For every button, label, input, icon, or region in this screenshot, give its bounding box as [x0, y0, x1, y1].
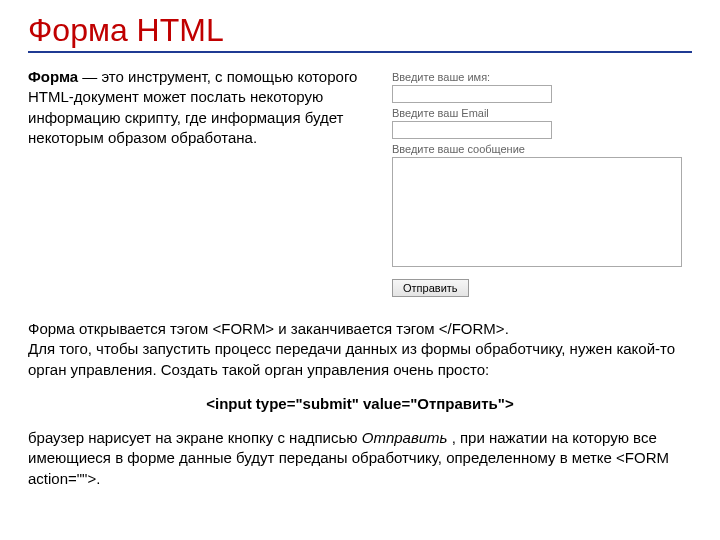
p1-tag-open: <FORM>	[212, 320, 274, 337]
p1-c: .	[505, 320, 509, 337]
email-label: Введите ваш Email	[392, 107, 692, 119]
message-textarea[interactable]	[392, 157, 682, 267]
submit-button[interactable]: Отправить	[392, 279, 469, 297]
page-title: Форма HTML	[28, 12, 692, 49]
name-label: Введите ваше имя:	[392, 71, 692, 83]
message-label: Введите ваше сообщение	[392, 143, 692, 155]
code-example: <input type="submit" value="Отправить">	[28, 394, 692, 414]
name-input[interactable]	[392, 85, 552, 103]
p1-b: и заканчивается тэгом	[274, 320, 439, 337]
browser-paragraph: браузер нарисует на экране кнопку с надп…	[28, 428, 692, 489]
form-tag-paragraph: Форма открывается тэгом <FORM> и заканчи…	[28, 319, 692, 339]
p3-a: браузер нарисует на экране кнопку с надп…	[28, 429, 362, 446]
title-rule	[28, 51, 692, 53]
p3-btn-word: Отправить	[362, 429, 448, 446]
form-preview: Введите ваше имя: Введите ваш Email Введ…	[392, 67, 692, 297]
p1-tag-close: </FORM>	[439, 320, 505, 337]
email-input[interactable]	[392, 121, 552, 139]
p3-c: .	[96, 470, 100, 487]
p1-a: Форма открывается тэгом	[28, 320, 212, 337]
control-paragraph: Для того, чтобы запустить процесс переда…	[28, 339, 692, 380]
intro-paragraph: Форма — это инструмент, с помощью которо…	[28, 67, 368, 297]
intro-rest: — это инструмент, с помощью которого HTM…	[28, 68, 357, 146]
intro-lead: Форма	[28, 68, 78, 85]
